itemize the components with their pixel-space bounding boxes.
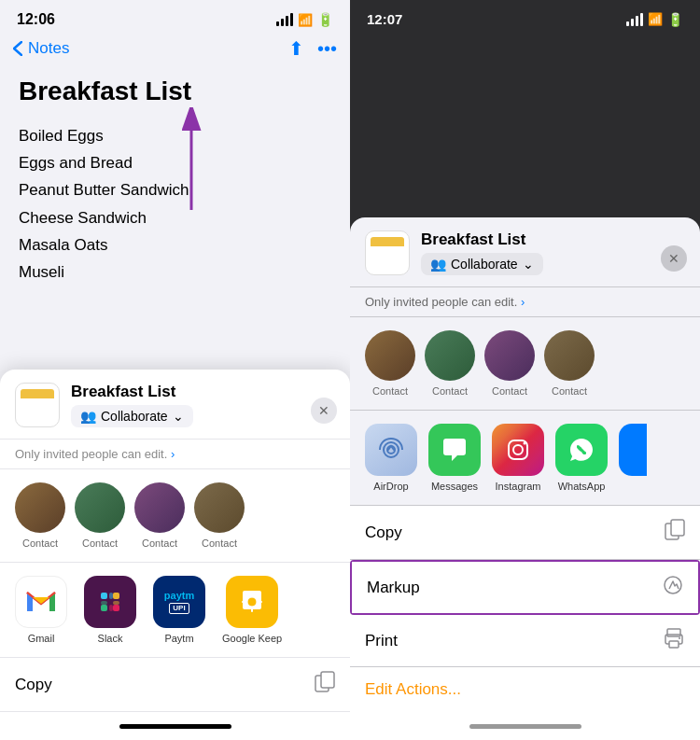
right-copy-row[interactable]: Copy (350, 506, 700, 560)
gmail-icon (15, 576, 67, 628)
right-contact-4[interactable]: Contact (544, 330, 595, 397)
left-copy-row[interactable]: Copy (0, 658, 350, 712)
slack-label: Slack (98, 633, 123, 644)
purple-arrow (173, 107, 210, 223)
right-print-row[interactable]: Print (350, 615, 700, 667)
paytm-app[interactable]: paytm UPI Paytm (153, 576, 205, 644)
svg-point-20 (665, 577, 681, 593)
actions-container: Copy Markup (350, 506, 700, 712)
airdrop-app[interactable]: AirDrop (365, 424, 417, 492)
print-icon (663, 628, 685, 653)
chevron-right-icon: › (171, 447, 175, 461)
instagram-label: Instagram (496, 481, 541, 492)
contact-avatar-1 (15, 482, 65, 533)
googlekeep-app[interactable]: Google Keep (222, 576, 282, 644)
right-collaborate-label: Collaborate (451, 257, 518, 272)
right-share-header: Breakfast List 👥 Collaborate ⌄ ✕ (350, 230, 700, 287)
chevron-icon: ⌄ (173, 409, 184, 424)
share-button[interactable]: ⬆ (288, 37, 304, 60)
right-contact-avatar-1 (365, 330, 415, 381)
svg-point-16 (513, 445, 523, 454)
contact-item-4[interactable]: Contact (194, 482, 245, 549)
instagram-app[interactable]: Instagram (492, 424, 544, 492)
svg-rect-2 (101, 593, 107, 599)
markup-icon (663, 575, 683, 600)
share-title: Breakfast List (71, 383, 335, 401)
right-edit-actions-row[interactable]: Edit Actions... (350, 667, 700, 712)
right-home-bar (469, 724, 581, 729)
right-close-button[interactable]: ✕ (661, 245, 687, 272)
right-note-thumbnail (365, 230, 410, 275)
right-contact-3[interactable]: Contact (484, 330, 535, 397)
airdrop-icon (365, 424, 417, 476)
wifi-icon: 📶 (298, 13, 313, 27)
svg-point-10 (247, 597, 257, 607)
extra-app[interactable] (619, 424, 647, 492)
svg-rect-5 (113, 605, 119, 611)
left-share-header: Breakfast List 👥 Collaborate ⌄ ✕ (0, 383, 350, 440)
copy-icon (315, 671, 335, 698)
right-markup-row[interactable]: Markup (352, 562, 698, 613)
note-item-6: Museli (19, 259, 331, 285)
svg-rect-8 (113, 601, 119, 605)
back-button[interactable]: Notes (13, 39, 69, 58)
svg-rect-12 (321, 672, 334, 688)
back-label: Notes (28, 39, 69, 58)
right-collaborate-button[interactable]: 👥 Collaborate ⌄ (421, 253, 543, 275)
print-label: Print (365, 632, 398, 650)
svg-rect-4 (113, 593, 119, 599)
left-contacts-row: Contact Contact Contact Contact (0, 469, 350, 563)
right-contact-label-3: Contact (492, 385, 527, 397)
share-info: Breakfast List 👥 Collaborate ⌄ (71, 383, 335, 427)
contact-item-3[interactable]: Contact (134, 482, 185, 549)
gmail-app[interactable]: Gmail (15, 576, 67, 644)
home-bar (119, 724, 231, 729)
contact-avatar-4 (194, 482, 245, 533)
instagram-icon (492, 424, 544, 476)
svg-rect-9 (109, 605, 113, 611)
slack-icon (84, 576, 136, 628)
left-nav-bar: Notes ⬆ ••• (0, 34, 350, 67)
right-share-subtitle: Only invited people can edit. › (350, 287, 700, 317)
battery-icon: 🔋 (317, 12, 333, 27)
messages-icon (428, 424, 481, 476)
gmail-label: Gmail (28, 633, 55, 644)
right-share-info: Breakfast List 👥 Collaborate ⌄ (421, 230, 685, 275)
right-contact-avatar-2 (425, 330, 475, 381)
edit-actions-label: Edit Actions... (365, 680, 461, 698)
slack-app[interactable]: Slack (84, 576, 136, 644)
right-contact-2[interactable]: Contact (425, 330, 475, 397)
right-chevron-icon: ⌄ (523, 257, 534, 272)
right-chevron-right-icon: › (521, 295, 525, 309)
note-item-5: Masala Oats (19, 232, 331, 258)
right-contact-avatar-4 (544, 330, 595, 381)
right-contacts-row: Contact Contact Contact Contact (350, 317, 700, 411)
contact-label-2: Contact (82, 538, 118, 549)
copy-label: Copy (15, 676, 52, 694)
contact-label-1: Contact (22, 538, 58, 549)
extra-app-icon (619, 424, 647, 476)
right-contact-label-4: Contact (552, 385, 587, 397)
contact-label-4: Contact (202, 538, 237, 549)
left-share-sheet: Breakfast List 👥 Collaborate ⌄ ✕ Only in… (0, 370, 350, 740)
right-contact-1[interactable]: Contact (365, 330, 415, 397)
right-copy-label: Copy (365, 524, 402, 542)
googlekeep-icon (226, 576, 278, 628)
right-share-title: Breakfast List (421, 230, 685, 249)
paytm-icon: paytm UPI (153, 576, 205, 628)
messages-app[interactable]: Messages (428, 424, 481, 492)
markup-label: Markup (367, 579, 420, 597)
more-button[interactable]: ••• (317, 37, 337, 60)
contact-item[interactable]: Contact (15, 482, 65, 549)
left-close-button[interactable]: ✕ (311, 398, 337, 424)
right-copy-icon (665, 519, 685, 546)
signal-icon (276, 13, 293, 26)
note-thumbnail (15, 383, 60, 427)
contact-avatar-3 (134, 482, 185, 533)
airdrop-label: AirDrop (373, 481, 408, 492)
right-signal-icon (626, 13, 643, 26)
contact-item-2[interactable]: Contact (75, 482, 125, 549)
whatsapp-app[interactable]: WhatsApp (555, 424, 608, 492)
collaborate-button[interactable]: 👥 Collaborate ⌄ (71, 405, 193, 427)
nav-actions: ⬆ ••• (288, 37, 337, 60)
